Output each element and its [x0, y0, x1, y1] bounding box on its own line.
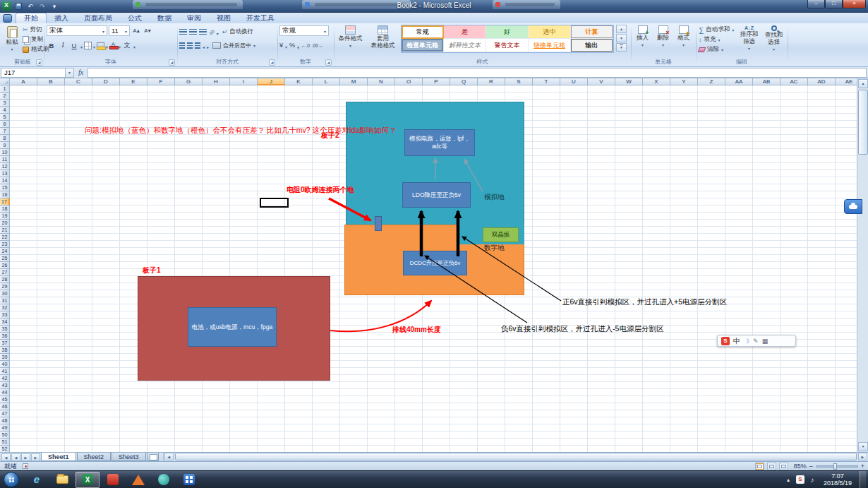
tab-data[interactable]: 数据 — [150, 13, 179, 23]
drawn-rectangle-shape[interactable] — [260, 198, 289, 208]
show-desktop-button[interactable] — [860, 471, 866, 488]
column-header-Z[interactable]: Z — [698, 78, 725, 85]
dcdc-box[interactable]: DCDC升压至正负6v — [403, 251, 467, 275]
underline-dropdown-icon[interactable] — [80, 39, 83, 52]
horizontal-scrollbar[interactable] — [163, 453, 868, 461]
digital-ground-label[interactable]: 数字地 — [484, 244, 505, 253]
font-color-button[interactable] — [109, 41, 117, 49]
autosum-button[interactable]: 自动求和 — [697, 25, 735, 35]
column-header-U[interactable]: U — [560, 78, 588, 85]
name-box-dropdown-icon[interactable] — [66, 68, 74, 78]
fill-color-dropdown-icon[interactable] — [106, 39, 108, 52]
first-sheet-icon[interactable] — [1, 453, 11, 461]
gallery-scroll-up-icon[interactable] — [616, 25, 627, 33]
format-as-table-button[interactable]: 套用 表格格式 — [367, 24, 399, 56]
column-header-AB[interactable]: AB — [753, 78, 780, 85]
qat-dropdown-icon[interactable]: ▾ — [49, 1, 59, 11]
column-header-P[interactable]: P — [423, 78, 450, 85]
tab-review[interactable]: 审阅 — [179, 13, 209, 23]
column-header-G[interactable]: G — [175, 78, 203, 85]
crystal-box[interactable]: 双晶振 — [483, 227, 519, 242]
gallery-more-icon[interactable] — [616, 43, 627, 52]
excel-logo-icon[interactable] — [2, 1, 11, 11]
cell-style-6[interactable]: 检查单元格 — [402, 39, 444, 52]
scroll-left-icon[interactable] — [164, 453, 174, 460]
cable-note[interactable]: 排线40mm长度 — [392, 325, 441, 335]
page-layout-view-button[interactable] — [767, 463, 776, 470]
align-center-button[interactable] — [187, 42, 193, 49]
zoom-out-button[interactable] — [809, 463, 813, 470]
volume-icon[interactable] — [809, 475, 816, 484]
percent-style-button[interactable] — [289, 42, 295, 49]
prev-sheet-icon[interactable] — [11, 453, 20, 461]
column-header-J[interactable]: J — [258, 78, 285, 85]
select-all-button[interactable] — [0, 78, 10, 85]
increase-decimal-button[interactable] — [301, 43, 310, 48]
number-format-combobox[interactable]: 常规 — [279, 25, 329, 36]
clipboard-dialog-launcher[interactable] — [36, 59, 42, 66]
taskbar-icon-file-explorer[interactable] — [50, 472, 74, 488]
taskbar-icon-screenshot-tool[interactable] — [152, 472, 176, 488]
phonetic-button[interactable] — [122, 40, 132, 51]
orientation-button[interactable] — [208, 28, 215, 35]
font-size-combobox[interactable]: 11 — [109, 25, 130, 36]
board2-label[interactable]: 板子2 — [321, 131, 339, 141]
taskbar-clock[interactable]: 7:07 2018/5/19 — [824, 472, 852, 487]
font-color-dropdown-icon[interactable] — [119, 39, 121, 52]
zoom-slider-thumb[interactable] — [833, 463, 837, 470]
italic-button[interactable] — [58, 40, 68, 51]
merge-center-button[interactable]: 合并后居中 — [211, 40, 257, 50]
hidden-icons-arrow[interactable] — [785, 475, 792, 484]
macro-record-icon[interactable] — [23, 463, 28, 469]
column-header-B[interactable]: B — [37, 78, 65, 85]
column-header-F[interactable]: F — [147, 78, 175, 85]
font-dialog-launcher[interactable] — [169, 59, 175, 66]
column-header-V[interactable]: V — [588, 78, 615, 85]
fill-color-button[interactable] — [97, 42, 104, 48]
format-cells-button[interactable]: 格式 — [674, 24, 693, 56]
underline-button[interactable] — [69, 40, 79, 51]
taskbar-icon-excel[interactable] — [76, 472, 100, 488]
cell-style-1[interactable]: 常规 — [402, 25, 444, 39]
battery-box[interactable]: 电池，或usb电源，mcu，fpga — [188, 307, 277, 347]
column-header-C[interactable]: C — [65, 78, 92, 85]
zoom-slider[interactable] — [816, 465, 858, 468]
ime-handwriting-icon[interactable] — [753, 338, 759, 345]
office-button[interactable] — [3, 14, 12, 23]
orientation-dropdown-icon[interactable] — [217, 25, 219, 38]
ldo-box[interactable]: LDO降压至正负5v — [402, 182, 471, 208]
align-middle-button[interactable] — [189, 29, 197, 35]
resistor-note[interactable]: 电阻0欧姆连接两个地 — [287, 185, 354, 195]
grow-font-button[interactable] — [131, 25, 141, 36]
restore-button[interactable]: □ — [825, 0, 843, 8]
bold-button[interactable] — [47, 40, 56, 51]
taskbar-icon-matlab[interactable] — [126, 472, 150, 488]
column-header-T[interactable]: T — [533, 78, 560, 85]
align-left-button[interactable] — [179, 42, 185, 49]
comma-style-button[interactable] — [297, 42, 299, 49]
column-header-S[interactable]: S — [505, 78, 533, 85]
analog-circuit-box[interactable]: 模拟电路，运放，lpf，adc等 — [404, 129, 475, 156]
column-header-L[interactable]: L — [313, 78, 340, 85]
align-bottom-button[interactable] — [199, 29, 207, 35]
column-header-A[interactable]: A — [10, 78, 37, 85]
ime-keyboard-icon[interactable] — [762, 338, 768, 345]
align-top-button[interactable] — [179, 29, 187, 35]
redo-button[interactable]: ↷ — [37, 1, 47, 11]
phonetic-dropdown-icon[interactable] — [133, 39, 135, 52]
decrease-indent-button[interactable] — [203, 39, 205, 52]
column-header-O[interactable]: O — [395, 78, 423, 85]
save-button[interactable] — [13, 1, 23, 11]
cell-style-4[interactable]: 适中 — [529, 25, 571, 39]
column-header-I[interactable]: I — [230, 78, 258, 85]
find-select-button[interactable]: 查找和 选择 — [762, 24, 785, 56]
column-header-M[interactable]: M — [340, 78, 368, 85]
taskbar-icon-notes-app[interactable] — [177, 472, 201, 488]
cell-style-10[interactable]: 输出 — [571, 39, 613, 52]
tab-page-layout[interactable]: 页面布局 — [76, 13, 120, 23]
column-header-W[interactable]: W — [615, 78, 643, 85]
borders-dropdown-icon[interactable] — [93, 39, 95, 52]
column-header-E[interactable]: E — [120, 78, 147, 85]
shrink-font-button[interactable] — [143, 25, 152, 36]
column-header-R[interactable]: R — [478, 78, 505, 85]
